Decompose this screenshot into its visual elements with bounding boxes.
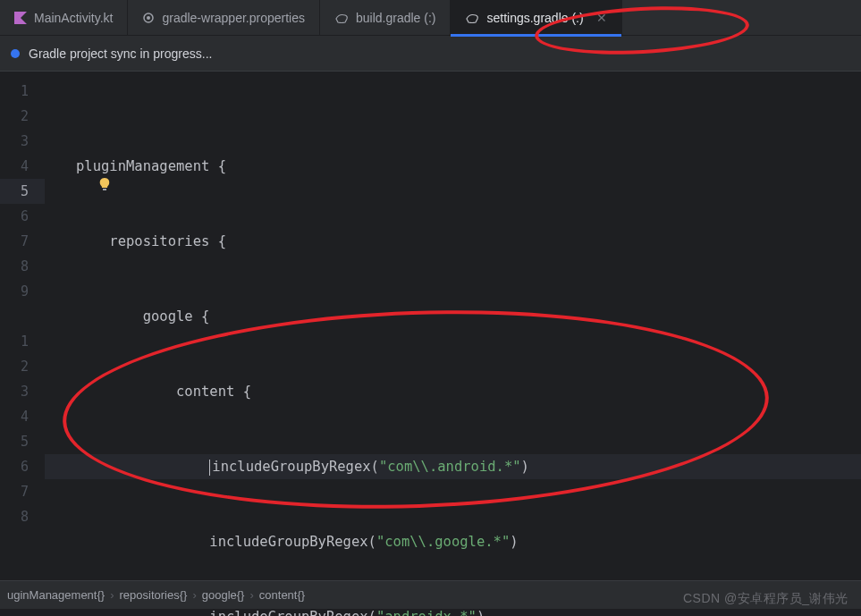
intention-bulb-icon[interactable] — [97, 172, 113, 197]
svg-point-2 — [147, 16, 150, 20]
kotlin-icon — [14, 12, 27, 24]
tab-label: build.gradle (:) — [356, 11, 436, 25]
watermark: CSDN @安卓程序员_谢伟光 — [683, 591, 848, 607]
tab-label: settings.gradle (:) — [486, 11, 583, 25]
tab-mainactivity[interactable]: MainActivity.kt — [0, 0, 128, 35]
svg-marker-0 — [14, 12, 27, 24]
tab-settings-gradle[interactable]: settings.gradle (:) ✕ — [451, 0, 621, 35]
sync-progress-icon — [11, 49, 20, 58]
tab-label: MainActivity.kt — [34, 11, 113, 25]
svg-rect-3 — [103, 189, 106, 190]
close-icon[interactable]: ✕ — [596, 11, 607, 25]
sync-status-bar: Gradle project sync in progress... — [0, 36, 861, 72]
tab-gradle-wrapper[interactable]: gradle-wrapper.properties — [128, 0, 320, 35]
gradle-icon — [334, 12, 349, 24]
editor-tabs: MainActivity.kt gradle-wrapper.propertie… — [0, 0, 861, 36]
sync-message: Gradle project sync in progress... — [29, 46, 212, 61]
code-area[interactable]: pluginManagement { repositories { google… — [45, 72, 861, 580]
code-editor[interactable]: 1 2 3 4 5 6 7 8 9 1 2 3 4 5 6 7 8 plugin… — [0, 72, 861, 580]
line-gutter: 1 2 3 4 5 6 7 8 9 1 2 3 4 5 6 7 8 — [0, 72, 45, 580]
tab-build-gradle[interactable]: build.gradle (:) — [320, 0, 452, 35]
gradle-icon — [465, 12, 479, 24]
gear-icon — [142, 12, 155, 24]
tab-label: gradle-wrapper.properties — [162, 11, 305, 25]
